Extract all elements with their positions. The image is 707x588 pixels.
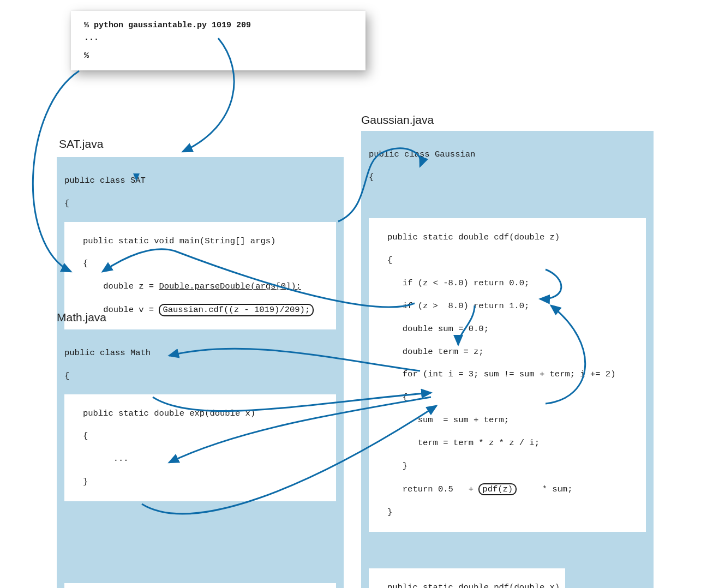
code-text: double term = z;	[403, 347, 484, 357]
gaussian-cdf-call: Gaussian.cdf((z - 1019)/209);	[159, 304, 314, 316]
math-sqrt-block: public static double sqrt(double x) { ..…	[64, 583, 336, 588]
code-text: public class Gaussian	[369, 149, 646, 160]
code-text: term = term * z * z / i;	[418, 438, 540, 448]
gaussian-code-box: public class Gaussian { public static do…	[361, 131, 654, 588]
math-file-label: Math.java	[57, 311, 106, 324]
sat-file-label: SAT.java	[59, 137, 103, 151]
pdf-call: pdf(z)	[478, 483, 517, 496]
code-text: double sum = 0.0;	[403, 324, 489, 334]
parse-double-call: Double.parseDouble(args[0]);	[159, 281, 301, 291]
code-text: for (int i = 3; sum != sum + term; i += …	[403, 369, 616, 379]
code-text: }	[403, 461, 408, 471]
code-text: }	[83, 477, 88, 487]
code-text: public static double pdf(double x)	[387, 583, 560, 588]
code-text: {	[83, 259, 88, 268]
gaussian-pdf-block: public static double pdf(double x) { ret…	[369, 568, 565, 588]
code-text: double v =	[103, 305, 159, 315]
terminal-command: % python gaussiantable.py 1019 209	[84, 21, 352, 30]
code-text: public static double exp(double x)	[83, 409, 255, 418]
code-text: ...	[113, 454, 129, 464]
code-text: {	[64, 370, 336, 382]
code-text: public static double cdf(double z)	[387, 232, 560, 242]
code-text: public class Math	[64, 347, 336, 359]
code-text: {	[387, 255, 392, 265]
code-text: if (z < -8.0) return 0.0;	[403, 278, 530, 288]
code-text: {	[369, 172, 646, 183]
terminal-box: % python gaussiantable.py 1019 209 ... %	[71, 11, 366, 70]
terminal-prompt: %	[84, 51, 352, 61]
code-text: {	[64, 198, 336, 209]
terminal-dots: ...	[84, 33, 352, 43]
gaussian-file-label: Gaussian.java	[361, 113, 434, 127]
code-text: }	[387, 507, 392, 517]
code-text: double z =	[103, 281, 159, 291]
code-text: public static void main(String[] args)	[83, 236, 275, 246]
code-text: {	[403, 392, 408, 402]
code-text: sum = sum + term;	[418, 415, 509, 425]
code-text: {	[83, 431, 88, 441]
code-text: if (z > 8.0) return 1.0;	[403, 301, 530, 311]
gaussian-cdf-block: public static double cdf(double z) { if …	[369, 218, 646, 532]
math-code-box: public class Math { public static double…	[57, 329, 344, 588]
code-text: public class SAT	[64, 175, 336, 187]
math-exp-block: public static double exp(double x) { ...…	[64, 394, 336, 501]
code-text: * sum;	[517, 484, 572, 494]
code-text: return 0.5 +	[403, 484, 479, 494]
